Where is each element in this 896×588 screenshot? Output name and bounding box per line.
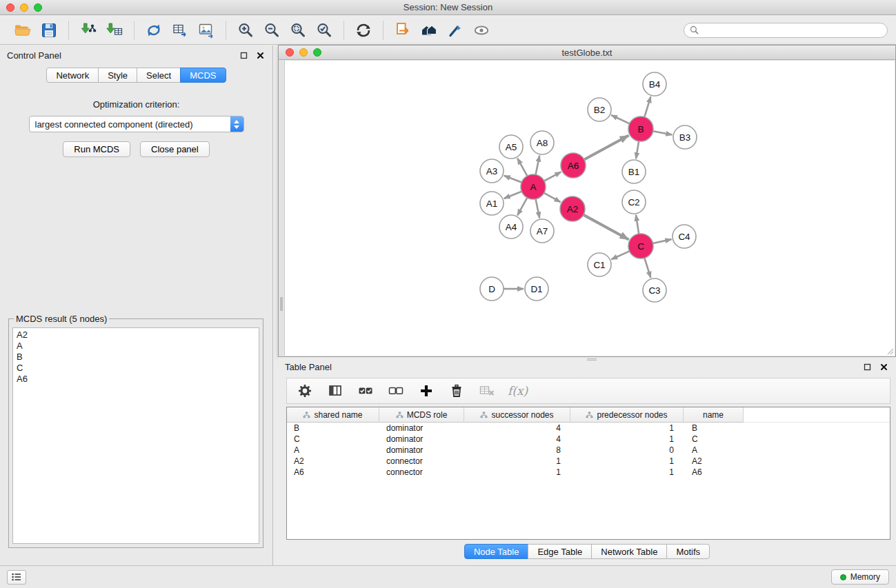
edge-C-C4[interactable] xyxy=(653,239,672,243)
mcds-result-list[interactable]: A2ABCA6 xyxy=(12,327,259,544)
mcds-result-item[interactable]: A xyxy=(17,341,255,352)
import-network-icon[interactable] xyxy=(78,20,99,41)
settings-gear-icon[interactable] xyxy=(295,381,315,401)
edge-A-A1[interactable] xyxy=(504,192,522,199)
graph-node-B4[interactable]: B4 xyxy=(643,72,666,96)
network-minimize-button[interactable] xyxy=(299,48,308,57)
home-view-icon[interactable] xyxy=(419,20,439,41)
apply-layout-icon[interactable] xyxy=(353,20,374,41)
import-file-icon[interactable] xyxy=(392,20,413,41)
horizontal-splitter-grip[interactable] xyxy=(587,358,597,361)
style-brush-icon[interactable] xyxy=(445,20,466,41)
graph-node-C3[interactable]: C3 xyxy=(643,278,666,302)
graph-node-A6[interactable]: A6 xyxy=(561,153,586,178)
column-header-mcds-role[interactable]: MCDS role xyxy=(379,407,464,423)
column-header-successor-nodes[interactable]: successor nodes xyxy=(464,407,570,423)
minimize-window-button[interactable] xyxy=(20,3,28,12)
graph-node-B1[interactable]: B1 xyxy=(622,160,646,183)
edge-B-B3[interactable] xyxy=(653,131,673,134)
edge-C-C1[interactable] xyxy=(611,251,629,259)
delete-row-icon[interactable] xyxy=(447,381,466,401)
zoom-out-icon[interactable] xyxy=(261,20,282,41)
edge-B-B1[interactable] xyxy=(636,141,639,159)
network-close-button[interactable] xyxy=(286,48,294,57)
graph-node-A4[interactable]: A4 xyxy=(499,215,523,239)
column-header-shared-name[interactable]: shared name xyxy=(287,407,379,423)
new-network-from-table-icon[interactable] xyxy=(170,20,190,41)
run-mcds-button[interactable]: Run MCDS xyxy=(63,141,130,157)
float-panel-icon[interactable] xyxy=(238,50,249,60)
insert-column-icon[interactable] xyxy=(326,381,345,401)
graph-node-B3[interactable]: B3 xyxy=(673,125,697,149)
edge-A-A4[interactable] xyxy=(517,198,527,216)
network-zoom-button[interactable] xyxy=(313,48,321,57)
tab-node-table[interactable]: Node Table xyxy=(464,544,529,559)
mcds-result-item[interactable]: B xyxy=(17,352,255,363)
close-panel-button[interactable]: Close panel xyxy=(140,141,210,157)
tab-network-table[interactable]: Network Table xyxy=(591,544,667,559)
export-image-icon[interactable] xyxy=(196,20,217,41)
graph-node-B[interactable]: B xyxy=(628,116,653,141)
network-window-titlebar[interactable]: testGlobe.txt xyxy=(279,45,895,60)
close-panel-icon[interactable] xyxy=(878,362,889,372)
edge-A-A8[interactable] xyxy=(536,156,540,175)
zoom-in-icon[interactable] xyxy=(235,20,256,41)
splitter-grip[interactable] xyxy=(280,297,283,305)
close-window-button[interactable] xyxy=(6,3,14,12)
delete-table-icon[interactable] xyxy=(477,381,497,401)
resize-corner-icon[interactable] xyxy=(886,347,894,355)
graph-node-A8[interactable]: A8 xyxy=(530,131,554,154)
criterion-dropdown[interactable]: largest connected component (directed) xyxy=(29,116,244,132)
tab-network[interactable]: Network xyxy=(46,68,99,83)
search-input[interactable] xyxy=(702,25,882,35)
search-box[interactable] xyxy=(684,23,888,38)
tab-style[interactable]: Style xyxy=(98,68,137,83)
graph-node-C[interactable]: C xyxy=(628,234,653,258)
network-merge-icon[interactable] xyxy=(143,20,164,41)
edge-B-B2[interactable] xyxy=(611,115,629,123)
edge-A-A3[interactable] xyxy=(504,176,521,183)
network-canvas[interactable]: AA1A2A3A4A5A6A7A8BB1B2B3B4CC1C2C3C4DD1 xyxy=(284,61,895,356)
edge-A-A2[interactable] xyxy=(544,193,561,202)
graph-node-C4[interactable]: C4 xyxy=(673,225,696,248)
mcds-result-item[interactable]: C xyxy=(17,363,255,374)
table-row[interactable]: Cdominator41C xyxy=(287,434,890,445)
tab-motifs[interactable]: Motifs xyxy=(666,544,710,559)
graph-node-C1[interactable]: C1 xyxy=(588,253,611,276)
graph-node-B2[interactable]: B2 xyxy=(588,98,611,121)
tab-select[interactable]: Select xyxy=(137,68,181,83)
graph-node-A3[interactable]: A3 xyxy=(480,159,504,183)
edge-B-B4[interactable] xyxy=(644,97,650,117)
table-row[interactable]: A6connector11A6 xyxy=(287,467,890,478)
edge-A-A7[interactable] xyxy=(536,199,540,219)
graph-node-A[interactable]: A xyxy=(521,174,546,199)
float-panel-icon[interactable] xyxy=(862,362,873,372)
graph-node-A7[interactable]: A7 xyxy=(530,219,554,243)
zoom-selected-icon[interactable] xyxy=(314,20,335,41)
table-row[interactable]: A2connector11A2 xyxy=(287,456,890,467)
show-hide-icon[interactable] xyxy=(471,20,492,41)
graph-node-C2[interactable]: C2 xyxy=(622,190,646,214)
edge-C-C3[interactable] xyxy=(644,258,650,278)
zoom-window-button[interactable] xyxy=(34,3,42,12)
function-builder-icon[interactable]: f(x) xyxy=(508,384,528,398)
edge-A-A5[interactable] xyxy=(517,159,527,176)
tab-mcds[interactable]: MCDS xyxy=(180,68,226,83)
table-row[interactable]: Bdominator41B xyxy=(287,423,890,434)
close-panel-icon[interactable] xyxy=(255,50,266,60)
save-session-icon[interactable] xyxy=(39,20,59,41)
task-history-button[interactable] xyxy=(7,570,26,585)
graph-node-D[interactable]: D xyxy=(480,277,504,301)
mcds-result-item[interactable]: A2 xyxy=(17,330,255,341)
deselect-all-icon[interactable] xyxy=(386,381,406,401)
graph-node-A2[interactable]: A2 xyxy=(560,196,585,221)
zoom-fit-icon[interactable] xyxy=(288,20,308,41)
edge-A-A6[interactable] xyxy=(544,172,561,181)
table-row[interactable]: Adominator80A xyxy=(287,445,890,456)
select-all-icon[interactable] xyxy=(356,381,375,401)
open-file-icon[interactable] xyxy=(12,20,33,41)
graph-node-A1[interactable]: A1 xyxy=(480,192,504,215)
edge-A2-C[interactable] xyxy=(584,215,629,240)
add-row-icon[interactable] xyxy=(417,381,436,401)
edge-C-C2[interactable] xyxy=(636,215,639,234)
